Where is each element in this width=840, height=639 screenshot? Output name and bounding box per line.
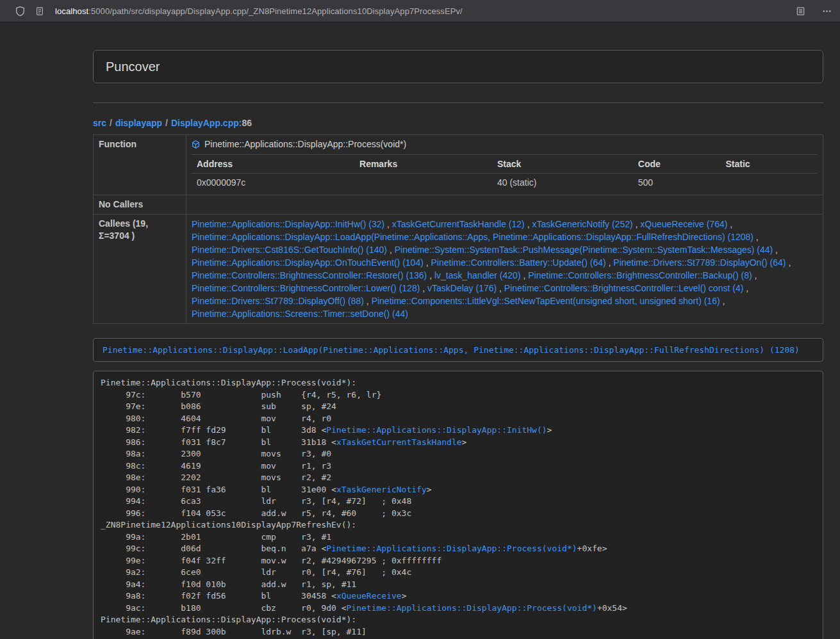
callee-separator: , bbox=[606, 257, 614, 268]
disassembly-symbol-link[interactable]: Pinetime::Applications::DisplayApp::Init… bbox=[326, 425, 547, 435]
callee-separator: , bbox=[497, 283, 504, 293]
callee-separator: , bbox=[754, 232, 759, 242]
callee-link[interactable]: xTaskGetCurrentTaskHandle (12) bbox=[392, 219, 525, 229]
callee-link[interactable]: Pinetime::Applications::DisplayApp::Load… bbox=[192, 232, 754, 242]
callees-list: Pinetime::Applications::DisplayApp::Init… bbox=[192, 218, 818, 320]
callee-link[interactable]: Pinetime::Controllers::BrightnessControl… bbox=[192, 270, 427, 280]
callee-link[interactable]: lv_task_handler (420) bbox=[434, 270, 521, 280]
function-label: Function bbox=[94, 135, 186, 195]
callee-separator: , bbox=[752, 270, 757, 280]
callees-row: Callees (19, Σ=3704 ) Pinetime::Applicat… bbox=[94, 214, 823, 324]
method-icon bbox=[192, 140, 200, 149]
app-header: Puncover bbox=[93, 50, 823, 83]
detail-column-header: Code bbox=[633, 155, 721, 174]
more-menu-icon[interactable] bbox=[822, 6, 832, 16]
function-table: Function Pinetime::Applications::Display… bbox=[93, 134, 823, 324]
callee-separator: , bbox=[364, 296, 372, 306]
disassembly-symbol-link[interactable]: xTaskGetCurrentTaskHandle bbox=[336, 437, 462, 447]
callee-link[interactable]: Pinetime::Controllers::BrightnessControl… bbox=[504, 283, 743, 293]
breadcrumb-line-number: 86 bbox=[242, 118, 252, 128]
callee-separator: , bbox=[521, 270, 529, 280]
detail-header-row: AddressRemarksStackCodeStatic bbox=[192, 155, 818, 174]
url-host: localhost bbox=[55, 6, 88, 16]
browser-toolbar: localhost:5000/path/src/displayapp/Displ… bbox=[0, 0, 840, 22]
callee-separator: , bbox=[424, 257, 431, 268]
detail-column-header: Stack bbox=[492, 155, 633, 174]
url-path: :5000/path/src/displayapp/DisplayApp.cpp… bbox=[88, 6, 463, 16]
callee-link[interactable]: Pinetime::Components::LittleVgl::SetNewT… bbox=[372, 296, 720, 306]
detail-column-header: Address bbox=[192, 155, 354, 174]
breadcrumb: src/displayapp/DisplayApp.cpp:86 bbox=[93, 117, 823, 129]
callee-link[interactable]: Pinetime::Applications::Screens::Timer::… bbox=[192, 309, 408, 319]
callee-link[interactable]: Pinetime::Applications::DisplayApp::OnTo… bbox=[192, 257, 424, 268]
function-row: Function Pinetime::Applications::Display… bbox=[94, 135, 823, 195]
detail-cell: 500 bbox=[633, 174, 721, 192]
callee-separator: , bbox=[427, 270, 434, 280]
disassembly-symbol-link[interactable]: Pinetime::Applications::DisplayApp::Proc… bbox=[347, 603, 597, 613]
highlighted-callee-link[interactable]: Pinetime::Applications::DisplayApp::Load… bbox=[103, 345, 800, 355]
callee-link[interactable]: Pinetime::Drivers::St7789::DisplayOff() … bbox=[192, 296, 364, 306]
page-content: Puncover src/displayapp/DisplayApp.cpp:8… bbox=[93, 22, 823, 639]
no-callers-label: No Callers bbox=[94, 195, 186, 214]
no-callers-value bbox=[186, 195, 823, 214]
detail-column-header: Static bbox=[721, 155, 818, 174]
callee-separator: , bbox=[743, 283, 748, 293]
callee-link[interactable]: xTaskGenericNotify (252) bbox=[532, 219, 632, 229]
callee-separator: , bbox=[384, 219, 392, 229]
breadcrumb-separator: / bbox=[165, 118, 168, 128]
divider bbox=[93, 102, 823, 103]
callee-separator: , bbox=[387, 245, 395, 255]
detail-value-row: 0x0000097c40 (static)500 bbox=[192, 174, 818, 192]
callee-separator: , bbox=[525, 219, 532, 229]
callee-link[interactable]: Pinetime::Controllers::BrightnessControl… bbox=[192, 283, 420, 293]
no-callers-row: No Callers bbox=[94, 195, 823, 214]
url-text[interactable]: localhost:5000/path/src/displayapp/Displ… bbox=[55, 6, 463, 16]
callee-separator: , bbox=[786, 257, 791, 268]
callee-link[interactable]: Pinetime::Controllers::Battery::Update()… bbox=[431, 257, 606, 268]
disassembly-symbol-link[interactable]: Pinetime::Applications::DisplayApp::Proc… bbox=[326, 544, 577, 553]
breadcrumb-src-link[interactable]: src bbox=[93, 118, 106, 128]
callee-link[interactable]: Pinetime::Applications::DisplayApp::Init… bbox=[192, 219, 384, 229]
callee-separator: , bbox=[720, 296, 725, 306]
callees-cell: Pinetime::Applications::DisplayApp::Init… bbox=[186, 214, 823, 324]
breadcrumb-displayapp-link[interactable]: displayapp bbox=[115, 118, 162, 128]
detail-cell bbox=[354, 174, 492, 192]
disassembly-symbol-link[interactable]: xTaskGenericNotify bbox=[336, 485, 427, 494]
shield-icon[interactable] bbox=[15, 6, 26, 17]
callee-separator: , bbox=[773, 245, 778, 255]
callee-link[interactable]: Pinetime::Drivers::St7789::DisplayOn() (… bbox=[613, 257, 786, 268]
detail-cell: 0x0000097c bbox=[192, 174, 354, 192]
page-title: Puncover bbox=[106, 60, 160, 74]
breadcrumb-file-link[interactable]: DisplayApp.cpp: bbox=[171, 118, 242, 128]
reader-view-icon[interactable] bbox=[796, 6, 805, 16]
highlighted-callee-box: Pinetime::Applications::DisplayApp::Load… bbox=[93, 338, 823, 362]
detail-column-header: Remarks bbox=[354, 155, 492, 174]
detail-cell: 40 (static) bbox=[492, 174, 633, 192]
callee-separator: , bbox=[633, 219, 641, 229]
detail-cell bbox=[721, 174, 818, 192]
callee-link[interactable]: vTaskDelay (176) bbox=[427, 283, 497, 293]
callee-separator: , bbox=[420, 283, 427, 293]
function-name-row: Pinetime::Applications::DisplayApp::Proc… bbox=[192, 138, 818, 150]
function-detail-table: AddressRemarksStackCodeStatic 0x0000097c… bbox=[192, 154, 818, 191]
function-cell: Pinetime::Applications::DisplayApp::Proc… bbox=[186, 135, 823, 195]
callee-link[interactable]: Pinetime::Controllers::BrightnessControl… bbox=[528, 270, 752, 280]
function-name: Pinetime::Applications::DisplayApp::Proc… bbox=[204, 138, 406, 150]
callees-label: Callees (19, Σ=3704 ) bbox=[94, 214, 186, 324]
disassembly-block: Pinetime::Applications::DisplayApp::Proc… bbox=[93, 371, 823, 639]
callee-link[interactable]: Pinetime::System::SystemTask::PushMessag… bbox=[395, 245, 773, 255]
callee-separator: , bbox=[727, 219, 732, 229]
page-info-icon[interactable] bbox=[35, 6, 44, 16]
disassembly-symbol-link[interactable]: xQueueReceive bbox=[336, 591, 402, 601]
callee-link[interactable]: Pinetime::Drivers::Cst816S::GetTouchInfo… bbox=[192, 245, 387, 255]
breadcrumb-separator: / bbox=[110, 118, 112, 128]
callee-link[interactable]: xQueueReceive (764) bbox=[640, 219, 727, 229]
